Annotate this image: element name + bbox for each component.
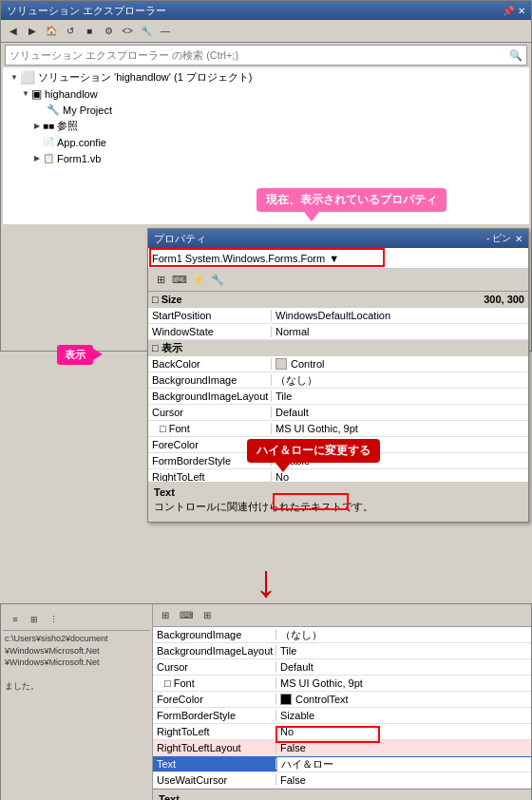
bprops-alpha-btn[interactable]: ⌨ [178, 607, 195, 624]
bottom-prop-row-cursor[interactable]: Cursor Default [153, 659, 531, 676]
tree-item-appconfig[interactable]: 📄 App.confie [5, 134, 527, 150]
bottom-desc-title: Text [159, 793, 525, 800]
props-toolbar: ⊞ ⌨ ⚡ 🔧 [148, 269, 528, 292]
forward-button[interactable]: ▶ [24, 23, 41, 40]
tree-item-solution[interactable]: ▼ ⬜ ソリューション 'highandlow' (1 プロジェクト) [5, 69, 527, 86]
properties-titlebar: プロパティ - ピン ✕ [148, 229, 528, 248]
bottom-sort-button[interactable]: ⊞ [26, 611, 43, 628]
bottom-sidebar-toolbar: ≡ ⊞ ⋮ [3, 608, 150, 631]
bottom-align-button[interactable]: ≡ [7, 611, 24, 628]
project-label: highandlow [45, 88, 98, 100]
search-bar[interactable]: 🔍 [5, 45, 527, 66]
prop-row-startposition[interactable]: StartPosition WindowsDefaultLocation [148, 308, 528, 324]
home-button[interactable]: 🏠 [43, 23, 60, 40]
appconfig-label: App.confie [57, 137, 106, 148]
prop-row-righttoleft[interactable]: RightToLeft No [148, 469, 528, 482]
tree-arrow-form1: ▶ [31, 154, 43, 162]
bottom-prop-row-righttoleftlayout[interactable]: RightToLeftLayout False [153, 740, 531, 756]
props-categorized-button[interactable]: ⊞ [152, 272, 169, 289]
appconfig-icon: 📄 [43, 137, 54, 147]
prop-row-bgimagelayout[interactable]: BackgroundImageLayout Tile [148, 389, 528, 405]
bottom-props: ⊞ ⌨ ⊞ BackgroundImage （なし） BackgroundIma… [153, 604, 531, 800]
bottom-prop-row-bgimagelayout[interactable]: BackgroundImageLayout Tile [153, 643, 531, 659]
bottom-sidebar: ≡ ⊞ ⋮ c:\Users¥sisho2¥document ¥Windows¥… [1, 604, 153, 800]
props-section-basic[interactable]: □ Size 300, 300 [148, 292, 528, 308]
props-button[interactable]: ⚙ [100, 23, 117, 40]
down-arrow: ↓ [0, 559, 532, 604]
myproject-icon: 🔧 [47, 104, 60, 116]
props-close-icon[interactable]: ✕ [515, 234, 522, 244]
prop-row-cursor[interactable]: Cursor Default [148, 405, 528, 421]
tree-item-references[interactable]: ▶ ■■ 参照 [5, 118, 527, 134]
bottom-panel: ≡ ⊞ ⋮ c:\Users¥sisho2¥document ¥Windows¥… [0, 603, 532, 800]
bottom-prop-row-text[interactable]: Text ハイ＆ロー [153, 756, 531, 772]
solution-label: ソリューション 'highandlow' (1 プロジェクト) [38, 70, 252, 85]
props-events-button[interactable]: ⚡ [190, 272, 207, 289]
bottom-description: Text コントロールに関連付けられたテキストです。 [153, 789, 531, 800]
prop-row-backcolor[interactable]: BackColor Control [148, 356, 528, 372]
bottom-prop-row-bgimage[interactable]: BackgroundImage （なし） [153, 627, 531, 643]
properties-title: プロパティ [154, 232, 206, 246]
solution-explorer-toolbar: ◀ ▶ 🏠 ↺ ■ ⚙ <> 🔧 — [1, 20, 531, 43]
props-description: Text コントロールに関連付けられたテキストです。 [148, 482, 528, 518]
props-alpha-button[interactable]: ⌨ [171, 272, 188, 289]
search-input[interactable] [10, 49, 509, 61]
props-object-bar[interactable]: Form1 System.Windows.Forms.Form ▼ [148, 248, 528, 269]
bprops-cat-btn[interactable]: ⊞ [157, 607, 174, 624]
sidebar-text: c:\Users¥sisho2¥document ¥Windows¥Micros… [3, 631, 150, 695]
props-section-display[interactable]: □ 表示 [148, 340, 528, 356]
pin-toolbar-button[interactable]: — [157, 23, 174, 40]
balloon-change-label: ハイ＆ローに変更する [247, 439, 380, 463]
bottom-prop-row-righttoleft[interactable]: RightToLeft No [153, 724, 531, 740]
bprops-view-btn[interactable]: ⊞ [199, 607, 216, 624]
props-description-text: コントロールに関連付けられたテキストです。 [154, 500, 522, 514]
properties-panel: プロパティ - ピン ✕ Form1 System.Windows.Forms.… [147, 228, 529, 523]
refresh-button[interactable]: ↺ [62, 23, 79, 40]
back-button[interactable]: ◀ [5, 23, 22, 40]
bforecolor-swatch [280, 694, 292, 705]
prop-row-bgimage[interactable]: BackgroundImage （なし） [148, 372, 528, 389]
pin-icon[interactable]: 📌 [503, 6, 514, 16]
bottom-prop-row-forecolor[interactable]: ForeColor ControlText [153, 692, 531, 708]
prop-row-windowstate[interactable]: WindowState Normal [148, 324, 528, 340]
props-pin-icon[interactable]: - ピン [486, 232, 511, 245]
solution-explorer-titlebar: ソリューション エクスプローラー 📌 ✕ [1, 1, 531, 20]
props-description-title: Text [154, 486, 522, 498]
solution-explorer-title: ソリューション エクスプローラー [7, 4, 166, 18]
form1-icon: 📋 [43, 153, 54, 163]
search-icon: 🔍 [509, 49, 522, 62]
form1-label: Form1.vb [57, 153, 101, 164]
balloon-display-label: 表示 [57, 345, 93, 365]
solution-icon: ⬜ [20, 70, 35, 85]
references-icon: ■■ [43, 121, 54, 131]
references-label: 参照 [57, 119, 78, 133]
bottom-prop-row-usewaitcursor[interactable]: UseWaitCursor False [153, 772, 531, 789]
tree-arrow-ref: ▶ [31, 122, 43, 130]
bottom-props-toolbar: ⊞ ⌨ ⊞ [153, 604, 531, 627]
tools-button[interactable]: 🔧 [138, 23, 155, 40]
props-pages-button[interactable]: 🔧 [209, 272, 226, 289]
bottom-prop-row-font[interactable]: □ Font MS UI Gothic, 9pt [153, 676, 531, 692]
myproject-label: My Project [63, 105, 112, 116]
stop-button[interactable]: ■ [81, 23, 98, 40]
bottom-prop-row-formborderstyle[interactable]: FormBorderStyle Sizable [153, 708, 531, 724]
tree-item-myproject[interactable]: 🔧 My Project [5, 102, 527, 118]
tree-arrow-project: ▼ [20, 89, 31, 98]
prop-row-font[interactable]: □ Font MS UI Gothic, 9pt [148, 421, 528, 437]
project-icon: ▣ [31, 87, 42, 101]
balloon-current-props: 現在、表示されているプロパティ [256, 188, 446, 212]
titlebar-controls: 📌 ✕ [503, 6, 525, 16]
tree-item-form1[interactable]: ▶ 📋 Form1.vb [5, 150, 527, 166]
tree-arrow-solution: ▼ [9, 73, 20, 82]
code-button[interactable]: <> [119, 23, 136, 40]
backcolor-swatch [276, 358, 287, 370]
close-icon[interactable]: ✕ [518, 6, 525, 16]
props-dropdown-icon[interactable]: ▼ [329, 253, 339, 264]
props-object-name: Form1 System.Windows.Forms.Form [152, 253, 325, 264]
bottom-view-button[interactable]: ⋮ [45, 611, 62, 628]
tree-item-project[interactable]: ▼ ▣ highandlow [5, 86, 527, 102]
